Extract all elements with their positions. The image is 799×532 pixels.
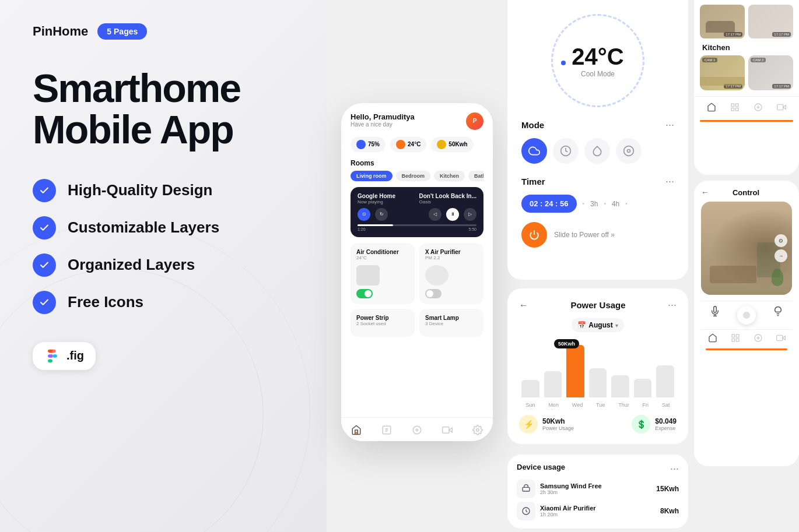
ctrl-nav-home[interactable] [708, 333, 717, 345]
timer-menu-btn[interactable]: ··· [665, 175, 674, 188]
nav-camera[interactable] [441, 424, 454, 436]
music-next-btn[interactable]: ▷ [464, 208, 476, 221]
device-usage-menu[interactable]: ··· [670, 463, 679, 475]
ctrl-nav-add[interactable] [754, 333, 763, 345]
feature-free-icons: Free Icons [33, 291, 294, 314]
cam-2: CAM 2 17:17 PM [748, 55, 793, 90]
nav-add[interactable] [411, 424, 423, 436]
nav-settings[interactable] [471, 424, 484, 436]
cam-top-2: 17:17 PM [748, 5, 793, 38]
ctrl-bottom-row-1 [701, 301, 792, 329]
purifier-toggle[interactable] [425, 289, 441, 298]
power-stats: ⚡ 50Kwh Power Usage 💲 $0.049 Expense [519, 415, 677, 434]
device-info-0: Samsung Wind Free 2h 30m [517, 480, 602, 498]
feature-label-1: High-Quality Design [68, 181, 212, 199]
figma-icon [44, 348, 61, 364]
ctrl-setting-btn[interactable]: → [775, 249, 787, 262]
svg-rect-18 [736, 334, 739, 337]
timer-row: 02 : 24 : 56 • 3h • 4h • [521, 195, 674, 213]
mode-clock-btn[interactable] [553, 138, 579, 164]
brand-row: PinHome 5 Pages [33, 23, 294, 40]
device-usage-title: Device usage [517, 463, 565, 475]
music-subtitle: Now playing [358, 199, 395, 205]
mode-cloud-btn[interactable] [521, 138, 547, 164]
ctrl-nav-grid[interactable] [731, 333, 740, 345]
cam-nav [694, 96, 799, 120]
timer-section-header: Timer ··· [521, 175, 674, 188]
svg-rect-7 [731, 104, 734, 107]
music-shuffle-btn[interactable]: ↻ [375, 208, 388, 221]
room-tab-kitchen[interactable]: Kitchen [434, 171, 465, 181]
brand-name: PinHome [33, 24, 88, 39]
music-card: Google Home Now playing Don't Look Back … [351, 187, 483, 237]
ac-toggle[interactable] [356, 289, 373, 298]
stat-temp: 24°C [390, 137, 426, 152]
mode-water-btn[interactable] [584, 138, 610, 164]
music-pause-btn[interactable]: ⏸ [446, 208, 459, 221]
ctrl-nav-row [701, 329, 792, 348]
month-selector[interactable]: 📅 August ▾ [572, 318, 623, 332]
features-list: High-Quality Design Customizable Layers … [33, 179, 294, 314]
stat-power-usage: ⚡ 50Kwh Power Usage [519, 415, 574, 434]
music-controls: ⊙ ↻ ◁ ⏸ ▷ [358, 208, 476, 221]
rooms-label: Rooms [351, 159, 483, 167]
bar-sat [656, 365, 674, 397]
svg-rect-22 [776, 335, 782, 340]
room-tab-bath[interactable]: Bathr... [468, 171, 483, 181]
feature-customizable: Customizable Layers [33, 216, 294, 239]
device-info-1: Xiaomi Air Purifier 1h 20m [517, 502, 596, 520]
music-prev-btn[interactable]: ◁ [429, 208, 441, 221]
ctrl-title: Control [733, 188, 759, 197]
bar-sun [521, 380, 539, 397]
mode-icons [521, 138, 674, 164]
timer-opt-3h[interactable]: 3h [590, 200, 598, 208]
cam-nav-video[interactable] [777, 103, 786, 114]
ctrl-mic-btn[interactable] [710, 306, 720, 325]
control-panel: ← Control ⊙ → [694, 181, 799, 466]
power-panel: ← Power Usage ··· 📅 August ▾ 50Kwh Sun M… [507, 288, 688, 444]
expense-label: Expense [655, 425, 677, 431]
timer-opt-4h[interactable]: 4h [612, 200, 619, 208]
ctrl-back-btn[interactable]: ← [701, 188, 709, 197]
cam-nav-home[interactable] [707, 103, 716, 114]
power-title: Power Usage [570, 300, 625, 310]
bar-fri [634, 379, 652, 397]
music-progress: 1:20 5:50 [358, 224, 476, 231]
phone-mockup: Hello, Pramuditya Have a nice day P 75% … [341, 103, 493, 441]
bar-mon [544, 371, 562, 397]
music-title: Google Home [358, 193, 395, 199]
nav-chart[interactable] [380, 424, 393, 436]
stat-energy: 50Kwh [431, 137, 473, 152]
bar-wed [566, 345, 584, 397]
temp-mode: Cool Mode [581, 70, 615, 78]
stat-expense: 💲 $0.049 Expense [632, 415, 677, 434]
power-back-btn[interactable]: ← [519, 300, 528, 311]
cam-time-2: 17:17 PM [772, 32, 791, 37]
timer-title: Timer [521, 177, 545, 186]
mode-fan-btn[interactable] [616, 138, 642, 164]
power-button[interactable] [521, 222, 547, 248]
cam2-label: CAM 2 [751, 58, 766, 62]
ctrl-up-btn[interactable]: ⊙ [775, 234, 787, 247]
mode-title: Mode [521, 120, 544, 130]
music-play-btn[interactable]: ⊙ [358, 208, 370, 221]
expense-icon: 💲 [632, 415, 650, 434]
ctrl-nav-video[interactable] [776, 333, 786, 345]
device-grid: Air Conditioner 24°C X Air Purifier PM 2… [351, 243, 483, 337]
mode-menu-btn[interactable]: ··· [665, 119, 674, 131]
power-menu-btn[interactable]: ··· [668, 299, 677, 311]
ctrl-main-btn[interactable] [737, 306, 756, 325]
cam-accent-line [700, 120, 793, 122]
cam-nav-grid[interactable] [730, 103, 740, 114]
check-icon-1 [33, 179, 56, 202]
cam-bottom-row: CAM 1 17:17 PM CAM 2 17:17 PM [694, 55, 799, 90]
nav-home[interactable] [350, 424, 363, 436]
room-tab-living[interactable]: Living room [351, 171, 393, 181]
mode-section-header: Mode ··· [521, 119, 674, 131]
ctrl-light-btn[interactable] [773, 306, 783, 325]
cam-nav-add[interactable] [754, 103, 763, 114]
expense-val: $0.049 [655, 417, 677, 425]
pages-badge: 5 Pages [97, 23, 147, 40]
room-tab-bedroom[interactable]: Bedroom [396, 171, 431, 181]
check-icon-2 [33, 216, 56, 239]
